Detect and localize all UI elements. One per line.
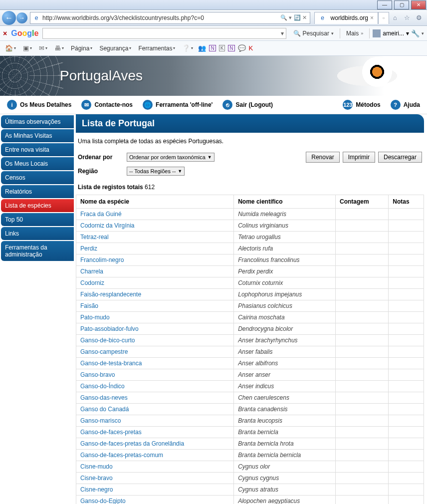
species-link[interactable]: Ganso do Canadá xyxy=(80,406,129,413)
chevron-down-icon: ▾ xyxy=(406,30,409,37)
species-sci-cell: Anser anser xyxy=(234,369,336,381)
sidebar-item[interactable]: Lista de espécies xyxy=(1,199,74,212)
rss-dropdown[interactable]: ▣▾ xyxy=(21,43,34,53)
forward-button[interactable]: → xyxy=(16,12,27,23)
species-link[interactable]: Francolim-negro xyxy=(80,256,124,263)
table-row: PerdizAlectoris rufa xyxy=(76,243,424,254)
nav-logout[interactable]: ⎋Sair (Logout) xyxy=(219,98,276,112)
species-link[interactable]: Cisne-bravo xyxy=(80,475,113,482)
species-link[interactable]: Fraca da Guiné xyxy=(80,211,122,218)
addon-icon-1[interactable]: 👥 xyxy=(198,44,206,52)
region-select[interactable]: -- Todas Regiões -- ▼ xyxy=(127,167,185,176)
nav-offline[interactable]: 🌐Ferramenta 'off-line' xyxy=(140,98,215,112)
species-sci-cell: Chen caerulescens xyxy=(234,392,336,404)
species-link[interactable]: Codorniz da Virgínia xyxy=(80,222,135,229)
species-link[interactable]: Ganso-marisco xyxy=(80,417,121,424)
species-notes-cell xyxy=(389,266,424,277)
close-button[interactable]: ✕ xyxy=(411,0,426,9)
google-user[interactable]: ameiri... ▾ xyxy=(373,29,409,37)
species-name-cell: Ganso-de-bico-curto xyxy=(76,335,234,346)
help-dropdown[interactable]: ❔▾ xyxy=(180,43,195,53)
nav-methods[interactable]: 123Métodos xyxy=(340,98,383,112)
tab-close-icon[interactable]: × xyxy=(370,14,374,21)
species-link[interactable]: Ganso-de-bico-curto xyxy=(80,337,135,344)
species-link[interactable]: Pato-assobiador-fulvo xyxy=(80,325,139,332)
back-button[interactable]: ← xyxy=(2,11,16,25)
species-link[interactable]: Ganso-das-neves xyxy=(80,394,128,401)
species-sci-cell: Anser brachyrhynchus xyxy=(234,335,336,346)
logged-in-label: logged in as: ameirinho xyxy=(371,57,422,62)
species-link[interactable]: Ganso-campestre xyxy=(80,348,128,355)
close-toolbar-icon[interactable]: × xyxy=(3,29,7,37)
google-search-button[interactable]: 🔍 Pesquisar ▾ xyxy=(290,29,337,38)
new-tab-button[interactable]: ▫ xyxy=(378,12,389,24)
mail-dropdown[interactable]: ✉▾ xyxy=(37,43,49,53)
species-notes-cell xyxy=(389,209,424,220)
google-more-button[interactable]: Mais » xyxy=(343,29,366,38)
nav-help[interactable]: ?Ajuda xyxy=(388,98,423,112)
table-row: Ganso-de-faces-pretas-comumBranta bernic… xyxy=(76,450,424,461)
dropdown-icon[interactable]: ▾ xyxy=(279,30,286,37)
security-menu[interactable]: Segurança▾ xyxy=(97,44,133,53)
species-link[interactable]: Ganso-de-faces-pretas da Gronelândia xyxy=(80,440,184,447)
sidebar-item[interactable]: Os Meus Locais xyxy=(1,157,74,170)
browser-tab[interactable]: e worldbirds.org × xyxy=(314,12,378,24)
addon-icon-3[interactable]: K xyxy=(219,45,225,51)
sidebar-item[interactable]: Relatórios xyxy=(1,185,74,198)
nav-my-details[interactable]: iOs Meus Detalhes xyxy=(4,98,74,112)
addon-icon-5[interactable]: 💬 xyxy=(238,44,246,52)
page-viewport[interactable]: PortugalAves logged in as: ameirinho iOs… xyxy=(0,56,427,504)
species-link[interactable]: Ganso-de-faces-pretas-comum xyxy=(80,452,163,459)
sidebar-item[interactable]: Ferramentas da administração xyxy=(1,241,74,261)
species-link[interactable]: Charrela xyxy=(80,268,103,275)
sidebar-item[interactable]: Top 50 xyxy=(1,213,74,226)
gear-icon[interactable]: ⚙ xyxy=(415,13,424,22)
species-link[interactable]: Cisne-mudo xyxy=(80,463,113,470)
favorites-icon[interactable]: ☆ xyxy=(403,13,412,22)
nav-contact[interactable]: ✉Contacte-nos xyxy=(78,98,136,112)
species-link[interactable]: Cisne-negro xyxy=(80,486,113,493)
sidebar-item[interactable]: Entre nova visita xyxy=(1,143,74,156)
species-name-cell: Perdiz xyxy=(76,243,234,254)
sidebar-item[interactable]: Últimas observações xyxy=(1,115,74,128)
species-link[interactable]: Ganso-de-faces-pretas xyxy=(80,429,142,436)
sidebar-item[interactable]: Censos xyxy=(1,171,74,184)
species-link[interactable]: Tetraz-real xyxy=(80,234,109,241)
minimize-button[interactable]: — xyxy=(377,0,392,9)
species-link[interactable]: Codorniz xyxy=(80,279,104,286)
download-button[interactable]: Descarregar xyxy=(378,152,422,163)
sort-label: Ordenar por xyxy=(78,154,123,161)
more-label: Mais xyxy=(346,30,359,37)
addon-icon-2[interactable]: N xyxy=(209,45,215,51)
print-dropdown[interactable]: 🖶▾ xyxy=(52,43,66,53)
page-menu[interactable]: Página▾ xyxy=(69,44,94,53)
tools-menu[interactable]: Ferramentas▾ xyxy=(136,44,177,53)
species-link[interactable]: Faisão-resplandecente xyxy=(80,291,141,298)
species-link[interactable]: Ganso-do-Egipto xyxy=(80,498,126,504)
sidebar-item[interactable]: As Minhas Visitas xyxy=(1,129,74,142)
home-icon[interactable]: ⌂ xyxy=(391,13,400,22)
google-search-input[interactable]: ▾ xyxy=(42,28,286,39)
print-button[interactable]: Imprimir xyxy=(343,152,375,163)
species-link[interactable]: Faisão xyxy=(80,302,98,309)
sort-select[interactable]: Ordenar por ordem taxonómica ▼ xyxy=(127,153,214,162)
url-input[interactable] xyxy=(42,14,280,21)
command-bar: 🏠▾ ▣▾ ✉▾ 🖶▾ Página▾ Segurança▾ Ferrament… xyxy=(0,41,427,56)
sidebar-item[interactable]: Links xyxy=(1,227,74,240)
wrench-icon[interactable]: 🔧 xyxy=(411,29,420,37)
species-link[interactable]: Perdiz xyxy=(80,245,97,252)
renew-button[interactable]: Renovar xyxy=(306,152,339,163)
species-link[interactable]: Pato-mudo xyxy=(80,314,110,321)
species-link[interactable]: Ganso-do-Índico xyxy=(80,383,125,390)
species-link[interactable]: Ganso-bravo xyxy=(80,371,115,378)
steps-icon: 123 xyxy=(343,100,353,110)
species-notes-cell xyxy=(389,300,424,312)
address-tools[interactable]: 🔍 ▾ 🔄 ✕ xyxy=(280,14,307,21)
address-box[interactable]: e 🔍 ▾ 🔄 ✕ xyxy=(30,12,310,24)
species-link[interactable]: Ganso-de-testa-branca xyxy=(80,360,142,367)
addon-icon-6[interactable]: K xyxy=(249,44,253,52)
addon-icon-4[interactable]: N xyxy=(228,45,234,51)
maximize-button[interactable]: ▢ xyxy=(394,0,409,9)
species-name-cell: Ganso-de-faces-pretas-comum xyxy=(76,450,234,461)
home-dropdown[interactable]: 🏠▾ xyxy=(3,43,18,53)
